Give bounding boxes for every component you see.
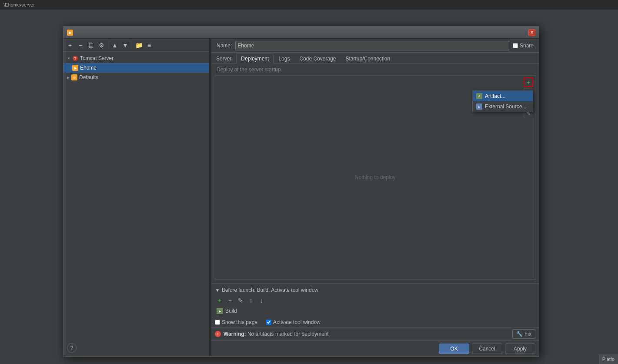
before-launch-section: ▼ Before launch: Build, Activate tool wi…	[211, 283, 539, 317]
left-panel: + − ⿻ ⚙ ▲ ▼ 📁 ≡ ▼ T	[63, 39, 209, 356]
tab-logs[interactable]: Logs	[274, 53, 294, 64]
copy-config-button[interactable]: ⿻	[86, 40, 96, 50]
help-button[interactable]: ?	[67, 343, 77, 353]
svg-text:A: A	[478, 95, 481, 98]
external-source-label: External Source...	[485, 104, 526, 110]
show-page-option: Show this page	[215, 319, 257, 325]
name-input[interactable]	[235, 41, 509, 50]
left-toolbar: + − ⿻ ⚙ ▲ ▼ 📁 ≡	[63, 39, 209, 52]
tree-item-ehome[interactable]: ▶ Ehome	[63, 63, 209, 73]
add-config-button[interactable]: +	[65, 40, 75, 50]
warning-bold: Warning:	[224, 331, 246, 337]
ehome-config-icon: ▶	[72, 65, 78, 71]
tab-code-coverage[interactable]: Code Coverage	[294, 53, 341, 64]
before-launch-remove-button[interactable]: −	[225, 296, 235, 305]
platform-button[interactable]: Platfo	[599, 354, 618, 364]
dropdown-external-source-item[interactable]: E External Source...	[473, 101, 533, 112]
fix-button[interactable]: 🔧 Fix	[512, 329, 535, 339]
toolbar-sep-1	[108, 41, 108, 49]
tab-startup-connection[interactable]: Startup/Connection	[341, 53, 395, 64]
activate-tool-label: Activate tool window	[273, 319, 321, 325]
tree-item-defaults[interactable]: ▶ ⚙ Defaults	[63, 73, 209, 82]
svg-text:⚙: ⚙	[73, 76, 76, 79]
dialog-footer: OK Cancel Apply	[211, 341, 539, 356]
deploy-toolbar: + A Artifact...	[524, 77, 533, 118]
dropdown-artifact-item[interactable]: A Artifact...	[473, 91, 533, 101]
name-row: Name: Share	[211, 39, 539, 53]
artifact-icon: A	[476, 93, 482, 99]
share-label: Share	[520, 43, 534, 49]
config-tree: ▼ T Tomcat Server ▶ Ehome	[63, 52, 209, 356]
tab-server[interactable]: Server	[211, 53, 236, 64]
activate-tool-option: Activate tool window	[266, 319, 321, 325]
deploy-header: Deploy at the server startup	[211, 64, 539, 75]
expand-triangle-defaults: ▶	[67, 76, 70, 80]
build-label: Build	[225, 308, 237, 314]
svg-text:T: T	[74, 57, 77, 60]
defaults-label: Defaults	[79, 74, 98, 80]
build-icon: ▶	[217, 308, 223, 314]
ehome-label: Ehome	[80, 65, 97, 71]
expand-triangle-tomcat: ▼	[67, 57, 70, 60]
defaults-icon: ⚙	[71, 74, 77, 80]
add-deployment-container: + A Artifact...	[524, 77, 533, 87]
share-checkbox[interactable]	[513, 43, 518, 48]
run-debug-icon: ▶	[67, 30, 73, 36]
before-launch-add-button[interactable]: +	[215, 296, 224, 305]
ok-button[interactable]: OK	[439, 344, 469, 354]
move-up-button[interactable]: ▲	[110, 40, 120, 50]
dialog-titlebar: ▶ ✕	[63, 27, 539, 39]
tree-item-tomcat-server[interactable]: ▼ T Tomcat Server	[63, 53, 209, 63]
cancel-button[interactable]: Cancel	[472, 344, 502, 354]
collapse-triangle: ▼	[215, 287, 220, 293]
move-down-button[interactable]: ▼	[120, 40, 130, 50]
before-launch-label: Before launch: Build, Activate tool wind…	[222, 287, 318, 293]
warning-text: Warning: No artifacts marked for deploym…	[224, 331, 510, 337]
right-panel: Name: Share Server Deployment Logs	[211, 39, 539, 356]
run-debug-dialog: ▶ ✕ + − ⿻ ⚙ ▲ ▼ 📁 ≡	[63, 26, 539, 357]
close-button[interactable]: ✕	[528, 29, 535, 36]
deploy-area: Nothing to deploy + A	[215, 75, 535, 280]
build-list-item: ▶ Build	[215, 306, 535, 316]
external-source-icon: E	[476, 104, 482, 110]
before-launch-header[interactable]: ▼ Before launch: Build, Activate tool wi…	[215, 285, 535, 295]
deployment-tab-content: Deploy at the server startup Nothing to …	[211, 64, 539, 341]
sort-button[interactable]: ≡	[144, 40, 154, 50]
fix-icon: 🔧	[516, 331, 523, 337]
deploy-placeholder: Nothing to deploy	[355, 174, 395, 180]
ide-title-bar: \Ehome-server	[0, 0, 618, 10]
ide-title-text: \Ehome-server	[3, 2, 35, 7]
warning-bar: ! Warning: No artifacts marked for deplo…	[211, 327, 539, 341]
before-launch-toolbar: + − ✎ ↑ ↓	[215, 296, 535, 305]
folder-button[interactable]: 📁	[134, 40, 144, 50]
add-deployment-button[interactable]: +	[524, 77, 533, 87]
dialog-body: + − ⿻ ⚙ ▲ ▼ 📁 ≡ ▼ T	[63, 39, 539, 356]
fix-label: Fix	[524, 331, 531, 337]
before-launch-edit-button[interactable]: ✎	[236, 296, 245, 305]
apply-button[interactable]: Apply	[505, 344, 535, 354]
share-area: Share	[513, 43, 534, 49]
tomcat-server-label: Tomcat Server	[80, 55, 114, 61]
activate-tool-checkbox[interactable]	[266, 320, 271, 325]
before-launch-up-button[interactable]: ↑	[246, 296, 256, 305]
name-label: Name:	[217, 43, 232, 49]
show-page-checkbox[interactable]	[215, 320, 220, 325]
before-launch-down-button[interactable]: ↓	[257, 296, 266, 305]
tabs-bar: Server Deployment Logs Code Coverage Sta…	[211, 53, 539, 64]
tomcat-icon: T	[72, 55, 78, 61]
show-page-label: Show this page	[222, 319, 257, 325]
move-config-button[interactable]: ⚙	[97, 40, 106, 50]
warning-icon: !	[215, 331, 221, 337]
options-row: Show this page Activate tool window	[211, 317, 539, 327]
warning-detail: No artifacts marked for deployment	[247, 331, 329, 337]
toolbar-sep-2	[132, 41, 132, 49]
artifact-label: Artifact...	[485, 93, 505, 99]
svg-text:E: E	[478, 105, 481, 108]
add-deployment-dropdown: A Artifact... E External Source.	[472, 90, 533, 112]
dialog-title-left: ▶	[67, 30, 76, 36]
tab-deployment[interactable]: Deployment	[236, 53, 274, 64]
remove-config-button[interactable]: −	[76, 40, 85, 50]
